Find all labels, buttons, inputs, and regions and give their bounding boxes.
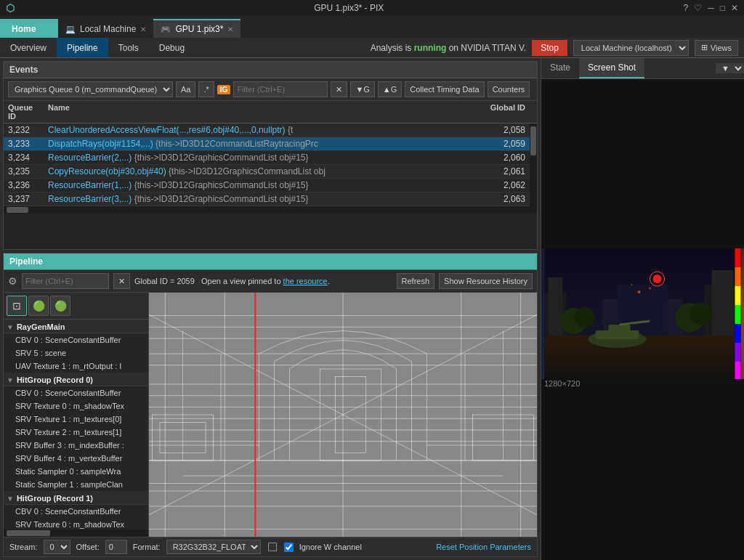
- tree-item[interactable]: SRV Texture 0 : m_shadowTex: [4, 399, 148, 413]
- pipeline-filter-input[interactable]: [22, 273, 109, 289]
- tree-item[interactable]: Static Sampler 1 : sampleClan: [4, 478, 148, 491]
- heart-icon[interactable]: ♡: [694, 3, 702, 13]
- tab-local-machine-label: Local Machine: [80, 24, 136, 34]
- show-resource-history-button[interactable]: Show Resource History: [439, 273, 533, 289]
- table-row[interactable]: 3,236 ResourceBarrier(1,...) {this->ID3D…: [4, 179, 530, 192]
- events-table-header: Queue ID Name Global ID: [4, 101, 537, 123]
- arrow-down-button[interactable]: ▼G: [350, 81, 374, 97]
- collect-timing-button[interactable]: Collect Timing Data: [405, 81, 484, 97]
- menu-overview[interactable]: Overview: [0, 38, 57, 57]
- col-queue-id: Queue ID: [4, 101, 44, 123]
- view-icon[interactable]: 🟢: [28, 296, 49, 316]
- svg-rect-68: [735, 305, 741, 324]
- stream-label: Stream:: [9, 543, 38, 551]
- tab-gpu-label: GPU 1.pix3*: [175, 24, 223, 34]
- tab-screenshot[interactable]: Screen Shot: [579, 58, 644, 78]
- pipeline-clear-filter-button[interactable]: ✕: [113, 273, 130, 289]
- aa-button[interactable]: Aa: [176, 81, 195, 97]
- tab-state[interactable]: State: [541, 58, 579, 78]
- pipeline-viewport: Primitive=TRIANGLELIST, IndexCount=76421…: [149, 293, 537, 537]
- minimize-icon[interactable]: ─: [708, 3, 714, 13]
- svg-point-56: [653, 275, 662, 283]
- tree-item[interactable]: CBV 0 : SceneConstantBuffer: [4, 505, 148, 518]
- arrow-up-button[interactable]: ▲G: [378, 81, 402, 97]
- right-panel-header: State Screen Shot ▼: [541, 58, 744, 79]
- tree-item[interactable]: SRV Buffer 3 : m_indexBuffer :: [4, 439, 148, 452]
- select-icon[interactable]: ⊡: [7, 296, 27, 316]
- svg-rect-67: [735, 286, 741, 305]
- right-panel-dropdown[interactable]: ▼: [716, 63, 744, 73]
- tree-group-hitgroup1[interactable]: ▼ HitGroup (Record 1): [4, 491, 148, 505]
- close-icon[interactable]: ✕: [731, 3, 738, 13]
- tab-local-machine-close[interactable]: ✕: [140, 25, 146, 33]
- events-table: 3,232 ClearUnorderedAccessViewFloat(...,…: [4, 123, 537, 249]
- tree-group-raygenmain[interactable]: ▼ RayGenMain: [4, 320, 148, 333]
- pipeline-panel-header: Pipeline: [4, 253, 537, 270]
- tree-item[interactable]: Static Sampler 0 : sampleWra: [4, 465, 148, 478]
- format-select[interactable]: R32G32B32_FLOAT: [166, 540, 261, 554]
- counters-button[interactable]: Counters: [488, 81, 530, 97]
- hide-icon[interactable]: 🟢: [50, 296, 70, 316]
- gear-icon[interactable]: ⚙: [8, 275, 17, 287]
- pipeline-icon-bar: ⊡ 🟢 🟢: [4, 293, 148, 320]
- stream-select[interactable]: 0: [44, 540, 70, 554]
- tree-group-hitgroup0[interactable]: ▼ HitGroup (Record 0): [4, 373, 148, 386]
- table-row[interactable]: 3,234 ResourceBarrier(2,...) {this->ID3D…: [4, 151, 530, 165]
- pipeline-tree: ▼ RayGenMain CBV 0 : SceneConstantBuffer…: [4, 320, 149, 529]
- refresh-button[interactable]: Refresh: [397, 273, 435, 289]
- tab-home[interactable]: Home: [0, 19, 58, 38]
- events-scrollbar[interactable]: [530, 123, 537, 206]
- machine-select[interactable]: Local Machine (localhost): [573, 40, 689, 56]
- events-toolbar: Graphics Queue 0 (m_commandQueue) Aa .* …: [4, 78, 537, 101]
- resource-link[interactable]: the resource: [283, 277, 328, 285]
- tree-item[interactable]: SRV Texture 0 : m_shadowTex: [4, 518, 148, 529]
- format-label: Format:: [133, 543, 161, 551]
- tree-item[interactable]: CBV 0 : SceneConstantBuffer: [4, 386, 148, 399]
- clear-filter-button[interactable]: ✕: [331, 81, 347, 97]
- views-button[interactable]: ⊞ Views: [695, 40, 738, 56]
- menu-pipeline[interactable]: Pipeline: [57, 38, 108, 57]
- app-logo: ⬡: [6, 2, 15, 14]
- tree-item[interactable]: SRV Buffer 4 : m_vertexBuffer: [4, 452, 148, 465]
- events-horiz-scrollbar[interactable]: [4, 206, 537, 214]
- stop-button[interactable]: Stop: [532, 40, 567, 56]
- pipeline-toolbar: ⚙ ✕ Global ID = 2059 Open a view pinned …: [4, 270, 537, 293]
- svg-point-60: [631, 284, 633, 285]
- menu-tools[interactable]: Tools: [108, 38, 149, 57]
- events-panel-header: Events: [4, 62, 537, 78]
- tree-item[interactable]: CBV 0 : SceneConstantBuffer: [4, 333, 148, 346]
- svg-rect-49: [712, 270, 734, 336]
- col-global-id: Global ID: [472, 101, 530, 123]
- queue-select[interactable]: Graphics Queue 0 (m_commandQueue): [8, 81, 173, 97]
- tab-gpu[interactable]: 🎮 GPU 1.pix3* ✕: [153, 19, 240, 38]
- tab-gpu-close[interactable]: ✕: [227, 25, 233, 33]
- right-panel: State Screen Shot ▼: [541, 58, 744, 560]
- pipeline-bottom-bar: Stream: 0 Offset: Format: R32G32B32_FLOA…: [4, 537, 537, 556]
- events-panel: Events Graphics Queue 0 (m_commandQueue)…: [3, 61, 538, 250]
- window-title: GPU 1.pix3* - PIX: [15, 3, 684, 13]
- dot-button[interactable]: .*: [198, 81, 214, 97]
- menu-bar: Overview Pipeline Tools Debug Analysis i…: [0, 38, 744, 58]
- tree-item[interactable]: SRV Texture 2 : m_textures[1]: [4, 426, 148, 439]
- table-row[interactable]: 3,232 ClearUnorderedAccessViewFloat(...,…: [4, 123, 530, 137]
- left-area: Events Graphics Queue 0 (m_commandQueue)…: [0, 58, 541, 560]
- ig-badge: IG: [217, 85, 231, 94]
- offset-input[interactable]: [105, 540, 127, 554]
- maximize-icon[interactable]: □: [720, 3, 725, 13]
- events-filter-input[interactable]: [233, 81, 328, 97]
- tree-item[interactable]: UAV Texture 1 : m_rtOutput : I: [4, 360, 148, 373]
- tree-item[interactable]: SRV 5 : scene: [4, 346, 148, 360]
- ignore-w-checkbox[interactable]: [284, 543, 294, 552]
- tab-local-machine[interactable]: 💻 Local Machine ✕: [58, 19, 153, 38]
- menu-debug[interactable]: Debug: [149, 38, 195, 57]
- pipeline-info: Global ID = 2059 Open a view pinned to t…: [134, 277, 392, 285]
- table-row[interactable]: 3,235 CopyResource(obj#30,obj#40) {this-…: [4, 165, 530, 179]
- tree-item[interactable]: SRV Texture 1 : m_textures[0]: [4, 413, 148, 426]
- pipeline-content: ⊡ 🟢 🟢 ▼ RayGenMain CBV 0 : SceneConstant…: [4, 293, 537, 537]
- help-icon[interactable]: ?: [684, 3, 689, 13]
- table-row[interactable]: 3,233 DispatchRays(obj#1154,...) {this->…: [4, 137, 530, 151]
- tab-gpu-icon: 🎮: [161, 25, 171, 34]
- table-row[interactable]: 3,237 ResourceBarrier(3,...) {this->ID3D…: [4, 192, 530, 206]
- reset-position-button[interactable]: Reset Position Parameters: [436, 543, 531, 551]
- svg-rect-71: [735, 362, 741, 379]
